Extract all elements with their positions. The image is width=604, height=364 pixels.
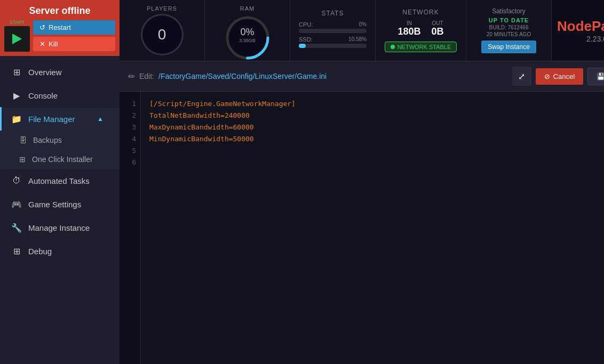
code-line-1: [/Script/Engine.GameNetworkManager] bbox=[149, 98, 604, 110]
overview-icon: ⊞ bbox=[11, 67, 22, 77]
ram-block: RAM 0% 3.36GB bbox=[205, 0, 290, 61]
overview-label: Overview bbox=[28, 68, 62, 77]
key-3: MinDynamicBandwidth=50000 bbox=[149, 135, 254, 143]
kill-button[interactable]: ✕ Kill bbox=[33, 37, 115, 51]
sidebar-item-game-settings[interactable]: 🎮 Game Settings bbox=[0, 192, 120, 216]
line-numbers: 1 2 3 4 5 6 bbox=[120, 92, 141, 364]
ssd-value: 10.58% bbox=[348, 36, 367, 44]
line-num-6: 6 bbox=[124, 157, 136, 168]
sidebar-item-automated-tasks[interactable]: ⏱ Automated Tasks bbox=[0, 169, 120, 192]
code-line-4: MinDynamicBandwidth=50000 bbox=[149, 133, 604, 145]
ssd-bar bbox=[299, 44, 367, 48]
in-label: IN bbox=[398, 20, 420, 26]
installer-label: One Click Installer bbox=[32, 155, 93, 164]
ram-label: RAM bbox=[240, 5, 255, 12]
network-in: IN 180B bbox=[398, 20, 420, 37]
sidebar-item-backups[interactable]: 🗄 Backups bbox=[0, 131, 120, 150]
satisfactory-block: Satisfactory UP TO DATE BUILD: 7612466 2… bbox=[466, 0, 552, 61]
players-value: 0 bbox=[158, 27, 166, 42]
ram-used: 3.36GB bbox=[239, 38, 256, 43]
cpu-row: CPU: 0% bbox=[299, 21, 367, 33]
save-icon: 💾 bbox=[597, 72, 604, 80]
sidebar-item-overview[interactable]: ⊞ Overview bbox=[0, 60, 120, 84]
file-manager-label: File Manager bbox=[28, 115, 91, 124]
file-manager-section: 📁 File Manager ▲ 🗄 Backups ⊞ One Click I… bbox=[0, 107, 120, 169]
network-io: IN 180B OUT 0B bbox=[398, 20, 443, 37]
backups-label: Backups bbox=[33, 136, 62, 144]
console-label: Console bbox=[28, 91, 58, 100]
play-icon bbox=[12, 34, 22, 44]
sidebar: Server offline START ↺ Restart ✕ Kill ⊞ … bbox=[0, 0, 120, 364]
sidebar-item-file-manager[interactable]: 📁 File Manager ▲ bbox=[0, 107, 120, 131]
build-info: BUILD: 7612466 bbox=[489, 25, 529, 30]
chevron-up-icon: ▲ bbox=[97, 115, 104, 123]
key-1: TotalNetBandwidth=240000 bbox=[149, 111, 250, 119]
line-num-5: 5 bbox=[124, 145, 136, 157]
editor-actions: ⤢ ⊘ Cancel 💾 Save bbox=[512, 67, 604, 86]
ram-circle: 0% 3.36GB bbox=[224, 14, 272, 55]
time-info: 20 MINUTES AGO bbox=[487, 31, 531, 37]
server-header: Server offline bbox=[0, 0, 120, 20]
kill-icon: ✕ bbox=[39, 40, 45, 48]
ssd-label: SSD: bbox=[299, 36, 313, 43]
cpu-bar bbox=[299, 29, 367, 33]
cancel-label: Cancel bbox=[553, 72, 575, 80]
edit-label: Edit: bbox=[139, 72, 154, 80]
restart-button[interactable]: ↺ Restart bbox=[33, 20, 115, 35]
fullscreen-icon: ⤢ bbox=[518, 71, 525, 82]
cpu-value: 0% bbox=[359, 21, 367, 29]
installer-icon: ⊞ bbox=[19, 155, 26, 164]
start-label: START bbox=[10, 20, 25, 25]
stats-title: STATS bbox=[299, 10, 367, 17]
file-manager-icon: 📁 bbox=[11, 114, 22, 124]
sidebar-item-manage-instance[interactable]: 🔧 Manage Instance bbox=[0, 216, 120, 239]
edit-icon: ✏ bbox=[128, 71, 135, 82]
nodepanel-name: NodePanel2 bbox=[557, 18, 604, 35]
network-stable-badge: NETWORK STABLE bbox=[385, 42, 457, 52]
stats-block: STATS CPU: 0% SSD: 10.58% bbox=[290, 0, 376, 61]
editor-path: ✏ Edit: /FactoryGame/Saved/Config/LinuxS… bbox=[128, 71, 327, 82]
network-stable-label: NETWORK STABLE bbox=[398, 44, 451, 50]
code-content[interactable]: [/Script/Engine.GameNetworkManager] Tota… bbox=[141, 92, 604, 364]
section-header: [/Script/Engine.GameNetworkManager] bbox=[149, 100, 296, 108]
sidebar-item-one-click-installer[interactable]: ⊞ One Click Installer bbox=[0, 150, 120, 169]
satisfactory-title: Satisfactory bbox=[492, 7, 526, 15]
nav-items: ⊞ Overview ▶ Console 📁 File Manager ▲ 🗄 … bbox=[0, 56, 120, 364]
code-line-6 bbox=[149, 157, 604, 168]
key-2: MaxDynamicBandwidth=60000 bbox=[149, 123, 254, 131]
nodepanel-version: 2.23.0 bbox=[557, 35, 604, 43]
game-settings-label: Game Settings bbox=[28, 200, 81, 209]
debug-icon: ⊞ bbox=[11, 246, 22, 256]
main-content: PLAYERS 0 RAM 0% 3.36GB STATS bbox=[120, 0, 604, 364]
debug-label: Debug bbox=[28, 247, 52, 256]
build-value: 7612466 bbox=[508, 25, 529, 30]
game-settings-icon: 🎮 bbox=[11, 199, 22, 209]
out-label: OUT bbox=[432, 20, 444, 26]
players-label: PLAYERS bbox=[147, 5, 177, 12]
nodepanel-name-text: NodePanel bbox=[557, 18, 604, 34]
players-block: PLAYERS 0 bbox=[120, 0, 205, 61]
editor-header: ✏ Edit: /FactoryGame/Saved/Config/LinuxS… bbox=[120, 61, 604, 92]
sidebar-item-debug[interactable]: ⊞ Debug bbox=[0, 239, 120, 263]
start-button[interactable] bbox=[4, 26, 30, 52]
tasks-label: Automated Tasks bbox=[28, 176, 90, 185]
tasks-icon: ⏱ bbox=[11, 175, 22, 186]
action-buttons: ↺ Restart ✕ Kill bbox=[33, 20, 115, 51]
cancel-icon: ⊘ bbox=[544, 72, 550, 80]
sidebar-item-console[interactable]: ▶ Console bbox=[0, 84, 120, 107]
nodepanel-logo: NodePanel2 2.23.0 bbox=[557, 18, 604, 43]
network-block: NETWORK IN 180B OUT 0B NETWORK STABLE bbox=[376, 0, 466, 61]
network-out: OUT 0B bbox=[432, 20, 444, 37]
cpu-label: CPU: bbox=[299, 21, 313, 28]
save-button[interactable]: 💾 Save bbox=[587, 68, 604, 85]
console-icon: ▶ bbox=[11, 90, 22, 101]
out-value: 0B bbox=[432, 26, 444, 37]
server-status: Server offline bbox=[6, 5, 113, 17]
in-value: 180B bbox=[398, 26, 420, 37]
restart-label: Restart bbox=[49, 23, 71, 31]
cancel-button[interactable]: ⊘ Cancel bbox=[536, 68, 583, 85]
fullscreen-button[interactable]: ⤢ bbox=[512, 67, 531, 86]
nodepanel-block: NodePanel2 2.23.0 bbox=[552, 0, 604, 61]
code-line-2: TotalNetBandwidth=240000 bbox=[149, 110, 604, 122]
swap-instance-button[interactable]: Swap Instance bbox=[481, 41, 536, 53]
